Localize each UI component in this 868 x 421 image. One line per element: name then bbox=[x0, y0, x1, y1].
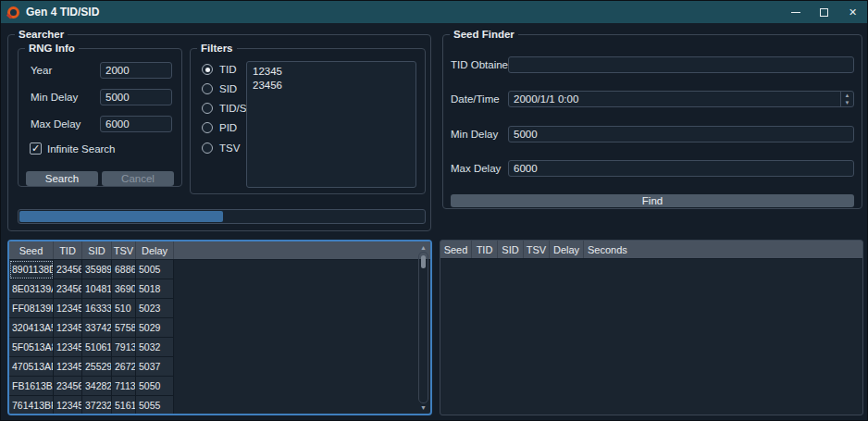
cell-seed[interactable]: 761413BF bbox=[9, 396, 54, 415]
cell-sid[interactable]: 25529 bbox=[82, 357, 112, 377]
cell-delay[interactable]: 5005 bbox=[136, 260, 174, 279]
cell-tsv[interactable]: 7113 bbox=[112, 377, 136, 396]
cell-seed[interactable]: FB1613BA bbox=[9, 377, 54, 396]
filter-values-textarea[interactable]: 12345 23456 bbox=[246, 61, 416, 188]
finder-max-delay-label: Max Delay bbox=[451, 161, 501, 177]
cell-tid[interactable]: 12345 bbox=[54, 357, 82, 377]
cancel-button[interactable]: Cancel bbox=[102, 171, 174, 186]
spin-up-button[interactable]: ▲ bbox=[841, 92, 853, 99]
window-controls: ✕ bbox=[781, 1, 867, 23]
cell-seed[interactable]: 470513AD bbox=[9, 357, 54, 377]
cell-tsv[interactable]: 5161 bbox=[112, 396, 136, 415]
cell-seed[interactable]: 8E03139A bbox=[9, 279, 54, 299]
title-bar: Gen 4 TID/SID ✕ bbox=[1, 1, 867, 23]
cell-tid[interactable]: 12345 bbox=[54, 396, 82, 415]
minimize-button[interactable] bbox=[781, 1, 810, 23]
results-table-header: Seed TID SID TSV Delay bbox=[9, 241, 430, 260]
cell-delay[interactable]: 5023 bbox=[136, 299, 174, 318]
scrollbar-track[interactable] bbox=[418, 252, 428, 403]
cell-sid[interactable]: 34282 bbox=[82, 377, 112, 396]
cell-tid[interactable]: 23456 bbox=[54, 279, 82, 299]
tid-obtained-label: TID Obtained bbox=[451, 57, 514, 73]
checkbox-box: ✓ bbox=[30, 142, 42, 155]
app-window: Gen 4 TID/SID ✕ Searcher RNG Info Year M… bbox=[0, 0, 868, 421]
filter-radio-pid[interactable]: PID bbox=[202, 121, 237, 134]
finder-min-delay-input[interactable] bbox=[508, 126, 854, 142]
cell-seed[interactable]: FF08139F bbox=[9, 299, 54, 318]
cell-seed[interactable]: 5F0513A8 bbox=[9, 338, 54, 357]
radio-icon bbox=[202, 64, 213, 75]
header-tid[interactable]: TID bbox=[472, 241, 498, 258]
finder-max-delay-input[interactable] bbox=[508, 160, 854, 177]
find-button[interactable]: Find bbox=[451, 194, 854, 207]
cell-sid[interactable]: 10481 bbox=[82, 279, 112, 299]
cell-seed[interactable]: 320413A5 bbox=[9, 318, 54, 338]
cell-tid[interactable]: 12345 bbox=[54, 299, 82, 318]
filter-radio-sid[interactable]: SID bbox=[202, 82, 237, 95]
cell-tsv[interactable]: 6886 bbox=[112, 260, 136, 279]
cell-sid[interactable]: 35989 bbox=[82, 260, 112, 279]
header-sid[interactable]: SID bbox=[82, 241, 112, 259]
seed-finder-group-title: Seed Finder bbox=[450, 28, 518, 41]
results-table: Seed TID SID TSV Delay 8901138D 23456 35… bbox=[7, 240, 432, 415]
header-delay[interactable]: Delay bbox=[136, 241, 174, 259]
tid-obtained-input[interactable] bbox=[508, 56, 854, 73]
cell-sid[interactable]: 16333 bbox=[82, 299, 112, 318]
year-input[interactable] bbox=[100, 62, 172, 79]
date-time-label: Date/Time bbox=[451, 92, 500, 107]
cell-delay[interactable]: 5018 bbox=[136, 279, 174, 299]
header-sid[interactable]: SID bbox=[498, 241, 524, 258]
cell-delay[interactable]: 5032 bbox=[136, 338, 174, 357]
table-row: 8E03139A 23456 10481 3690 5018 bbox=[9, 279, 430, 299]
searcher-group-title: Searcher bbox=[15, 28, 68, 41]
cell-tsv[interactable]: 7913 bbox=[112, 338, 136, 357]
results-table-scrollbar[interactable]: ▲ ▼ bbox=[417, 242, 429, 413]
header-tsv[interactable]: TSV bbox=[112, 241, 136, 259]
header-seconds[interactable]: Seconds bbox=[584, 241, 862, 258]
cell-delay[interactable]: 5050 bbox=[136, 377, 174, 396]
cell-tid[interactable]: 23456 bbox=[54, 260, 82, 279]
cell-tid[interactable]: 12345 bbox=[54, 338, 82, 357]
year-label: Year bbox=[31, 63, 52, 79]
cell-delay[interactable]: 5037 bbox=[136, 357, 174, 377]
max-delay-label: Max Delay bbox=[31, 117, 81, 132]
cell-delay[interactable]: 5029 bbox=[136, 318, 174, 338]
header-tid[interactable]: TID bbox=[54, 241, 82, 259]
cell-sid[interactable]: 33742 bbox=[82, 318, 112, 338]
header-tsv[interactable]: TSV bbox=[524, 241, 550, 258]
scroll-down-icon[interactable]: ▼ bbox=[417, 402, 429, 413]
spin-down-button[interactable]: ▼ bbox=[841, 99, 853, 106]
filter-radio-tsv[interactable]: TSV bbox=[202, 142, 240, 155]
infinite-search-checkbox[interactable]: ✓ Infinite Search bbox=[30, 142, 116, 155]
cell-seed[interactable]: 8901138D bbox=[9, 260, 54, 279]
filters-group-title: Filters bbox=[197, 42, 237, 55]
table-row: 5F0513A8 12345 51061 7913 5032 bbox=[9, 338, 430, 357]
app-logo-icon bbox=[7, 6, 19, 19]
scrollbar-thumb[interactable] bbox=[421, 255, 426, 268]
cell-tsv[interactable]: 2672 bbox=[112, 357, 136, 377]
radio-icon bbox=[202, 103, 213, 114]
progress-fill bbox=[19, 211, 223, 222]
cell-delay[interactable]: 5055 bbox=[136, 396, 174, 415]
cell-tid[interactable]: 23456 bbox=[54, 377, 82, 396]
min-delay-input[interactable] bbox=[100, 89, 172, 105]
close-button[interactable]: ✕ bbox=[838, 1, 867, 23]
rng-info-group-title: RNG Info bbox=[25, 42, 79, 55]
cell-tid[interactable]: 12345 bbox=[54, 318, 82, 338]
search-button[interactable]: Search bbox=[26, 171, 98, 186]
cell-tsv[interactable]: 510 bbox=[112, 299, 136, 318]
header-seed[interactable]: Seed bbox=[440, 241, 472, 258]
cell-tsv[interactable]: 3690 bbox=[112, 279, 136, 299]
infinite-search-label: Infinite Search bbox=[47, 143, 116, 155]
cell-tsv[interactable]: 5758 bbox=[112, 318, 136, 338]
header-delay[interactable]: Delay bbox=[550, 241, 584, 258]
max-delay-input[interactable] bbox=[100, 116, 172, 132]
table-row: 761413BF 12345 37232 5161 5055 bbox=[9, 396, 430, 415]
cell-sid[interactable]: 37232 bbox=[82, 396, 112, 415]
filter-radio-tid[interactable]: TID bbox=[202, 63, 237, 76]
date-time-input[interactable] bbox=[508, 91, 854, 107]
header-filler bbox=[174, 241, 430, 259]
header-seed[interactable]: Seed bbox=[9, 241, 54, 259]
cell-sid[interactable]: 51061 bbox=[82, 338, 112, 357]
maximize-button[interactable] bbox=[810, 1, 838, 23]
